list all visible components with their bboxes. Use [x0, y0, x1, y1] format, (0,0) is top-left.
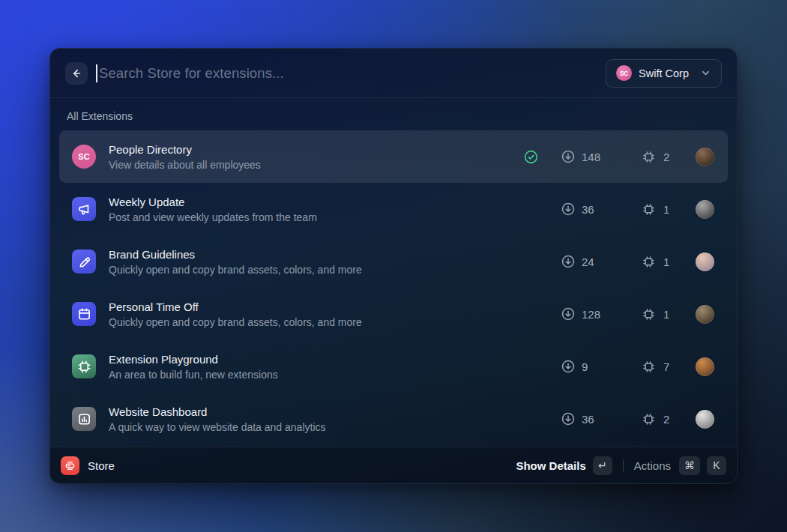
commands-stat: 1 — [642, 202, 690, 217]
author-avatar — [696, 148, 714, 166]
extension-icon — [72, 407, 96, 431]
chip-icon — [76, 359, 92, 375]
extension-icon — [72, 354, 96, 378]
extension-text: Weekly Update Post and view weekly updat… — [109, 196, 523, 223]
org-dropdown[interactable]: SC Swift Corp — [606, 59, 722, 88]
back-button[interactable] — [65, 62, 88, 85]
calendar-icon — [76, 306, 92, 322]
store-window: Search Store for extensions... SC Swift … — [49, 48, 738, 484]
extension-text: Extension Playground An area to build fu… — [109, 353, 523, 381]
downloads-stat: 36 — [561, 202, 630, 217]
commands-count: 2 — [663, 413, 669, 426]
downloads-stat: 36 — [561, 411, 630, 426]
extension-rows: SC People Directory View details about a… — [59, 130, 728, 445]
actions-button[interactable]: Actions — [634, 459, 671, 472]
commands-chip-icon — [642, 412, 656, 426]
extension-icon — [72, 250, 96, 273]
extension-row[interactable]: Brand Guidelines Quickly open and copy b… — [59, 235, 728, 288]
commands-count: 1 — [663, 256, 669, 268]
downloads-count: 36 — [582, 203, 594, 216]
footer-divider — [623, 459, 624, 472]
extension-description: Post and view weekly updates from the te… — [109, 211, 523, 223]
search-input[interactable]: Search Store for extensions... — [99, 65, 606, 82]
commands-count: 1 — [663, 203, 669, 216]
extension-row[interactable]: SC People Directory View details about a… — [59, 130, 728, 183]
commands-chip-icon — [642, 255, 656, 269]
extension-icon — [72, 197, 96, 221]
extension-title: Extension Playground — [109, 353, 523, 366]
extension-title: People Directory — [109, 143, 523, 156]
download-icon — [561, 359, 576, 374]
downloads-count: 9 — [582, 360, 588, 373]
extension-list: All Extensions SC People Directory View … — [50, 98, 737, 447]
text-caret — [96, 64, 97, 82]
extension-description: Quickly open and copy brand assets, colo… — [109, 264, 523, 276]
commands-stat: 2 — [642, 412, 690, 426]
downloads-count: 148 — [582, 151, 600, 163]
extension-title: Website Dashboard — [109, 405, 523, 418]
extension-icon: SC — [72, 145, 96, 169]
store-app-icon — [61, 456, 79, 475]
author-avatar — [696, 305, 714, 324]
commands-chip-icon — [642, 202, 656, 217]
downloads-stat: 24 — [561, 254, 630, 269]
extension-row[interactable]: Personal Time Off Quickly open and copy … — [59, 288, 728, 340]
k-key-badge: K — [707, 456, 726, 475]
chevron-down-icon — [700, 67, 711, 79]
extension-icon — [72, 302, 96, 326]
extension-row[interactable]: Website Dashboard A quick way to view we… — [59, 393, 728, 445]
commands-count: 2 — [663, 151, 669, 163]
chart-icon — [76, 411, 92, 427]
download-icon — [561, 306, 576, 321]
commands-stat: 7 — [642, 360, 690, 374]
arrow-left-icon — [70, 67, 82, 79]
author-avatar — [696, 200, 714, 219]
section-title: All Extensions — [59, 98, 728, 130]
download-icon — [561, 202, 576, 217]
pen-icon — [76, 254, 92, 270]
extension-title: Personal Time Off — [109, 300, 523, 313]
initials-icon: SC — [78, 152, 89, 161]
org-avatar: SC — [616, 65, 632, 81]
extension-text: Personal Time Off Quickly open and copy … — [109, 300, 523, 328]
extension-text: Website Dashboard A quick way to view we… — [109, 405, 523, 433]
commands-chip-icon — [642, 360, 656, 374]
extension-description: View details about all employees — [109, 159, 523, 171]
show-details-button[interactable]: Show Details — [516, 459, 585, 472]
commands-stat: 1 — [642, 307, 690, 321]
commands-stat: 1 — [642, 255, 690, 269]
downloads-stat: 148 — [561, 149, 630, 164]
extension-title: Brand Guidelines — [109, 248, 523, 261]
commands-count: 7 — [663, 360, 669, 373]
installed-check-icon — [523, 149, 540, 165]
commands-stat: 2 — [642, 150, 690, 164]
org-dropdown-label: Swift Corp — [639, 67, 689, 79]
downloads-count: 36 — [582, 413, 594, 426]
author-avatar — [696, 357, 714, 376]
commands-count: 1 — [663, 308, 669, 321]
search-bar: Search Store for extensions... SC Swift … — [50, 49, 737, 98]
downloads-stat: 128 — [561, 306, 630, 321]
extension-title: Weekly Update — [109, 196, 523, 208]
extension-description: A quick way to view website data and ana… — [109, 421, 523, 433]
megaphone-icon — [76, 202, 92, 217]
footer-app-label: Store — [88, 459, 115, 472]
commands-chip-icon — [642, 307, 656, 321]
extension-text: People Directory View details about all … — [109, 143, 523, 171]
downloads-count: 128 — [582, 308, 600, 321]
extension-row[interactable]: Weekly Update Post and view weekly updat… — [59, 183, 728, 235]
download-icon — [561, 149, 576, 164]
extension-description: An area to build fun, new extensions — [109, 369, 523, 381]
cmd-key-badge: ⌘ — [679, 456, 700, 475]
downloads-count: 24 — [582, 256, 594, 268]
extension-row[interactable]: Extension Playground An area to build fu… — [59, 340, 728, 393]
footer-bar: Store Show Details ↵ Actions ⌘ K — [50, 447, 737, 483]
downloads-stat: 9 — [561, 359, 630, 374]
return-key-badge: ↵ — [593, 456, 612, 475]
author-avatar — [696, 410, 714, 429]
author-avatar — [696, 253, 714, 271]
download-icon — [561, 254, 576, 269]
commands-chip-icon — [642, 150, 656, 164]
extension-description: Quickly open and copy brand assets, colo… — [109, 316, 523, 328]
footer-actions: Show Details ↵ Actions ⌘ K — [516, 456, 726, 475]
